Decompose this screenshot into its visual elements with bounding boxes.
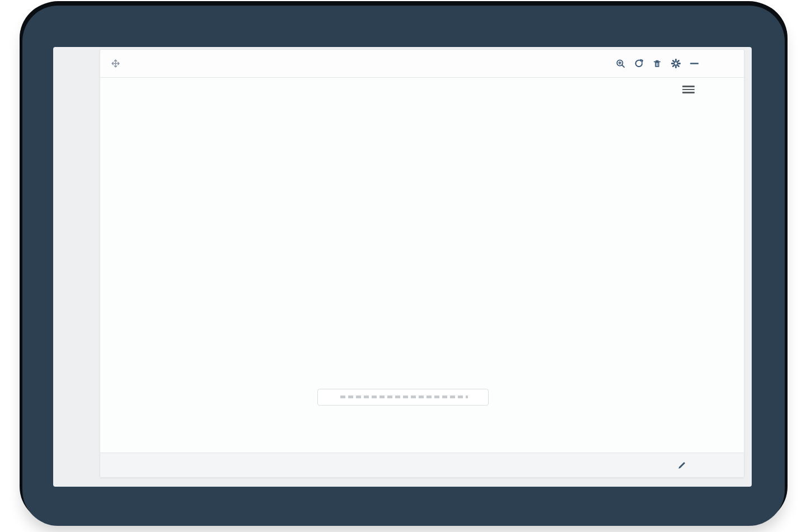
trash-icon[interactable]	[652, 59, 662, 69]
description-button[interactable]	[677, 461, 691, 470]
pencil-icon	[677, 461, 686, 470]
chart-menu-icon[interactable]	[682, 84, 695, 95]
tablet-frame	[22, 6, 785, 526]
legend-partial-row	[340, 396, 468, 398]
minimize-icon[interactable]	[689, 59, 699, 69]
refresh-icon[interactable]	[634, 59, 644, 69]
account-graph-panel	[100, 49, 744, 478]
zoom-in-icon[interactable]	[615, 59, 625, 69]
gear-icon[interactable]	[671, 59, 681, 69]
chart-legend	[317, 389, 489, 406]
panel-header	[100, 50, 744, 78]
panel-footer	[100, 453, 744, 477]
tablet-screen	[53, 47, 752, 487]
move-icon[interactable]	[110, 59, 120, 69]
chart-svg	[100, 104, 745, 392]
header-toolbar	[615, 59, 699, 69]
